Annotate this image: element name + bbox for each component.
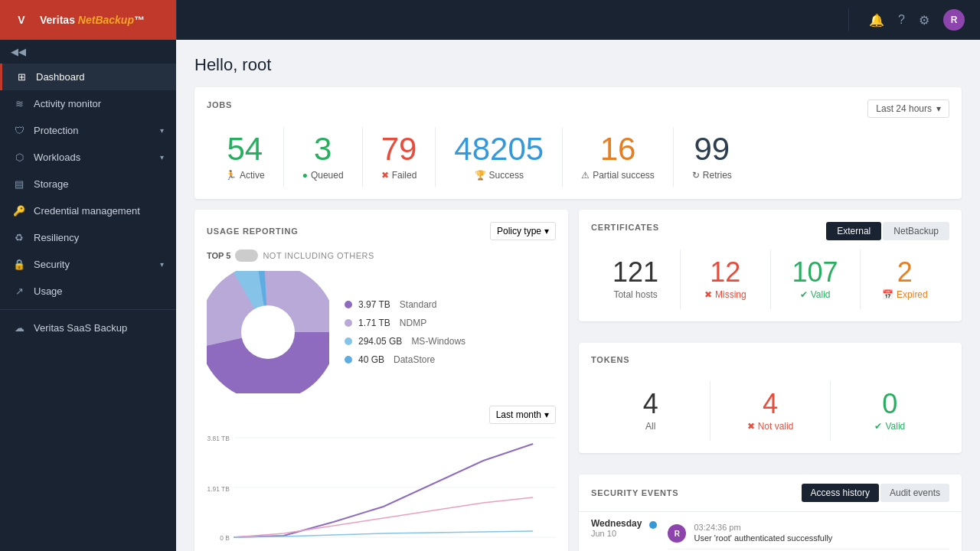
legend-name-datastore: DataStore bbox=[394, 354, 435, 365]
success-label: 🏆 Success bbox=[454, 170, 544, 181]
month-label: Last month bbox=[496, 409, 541, 420]
svg-point-5 bbox=[241, 305, 295, 359]
topbar: 🔔 ? ⚙ R bbox=[176, 0, 980, 40]
job-stat-failed[interactable]: 79 ✖ Failed bbox=[363, 127, 436, 187]
sec-tab-audit-events[interactable]: Audit events bbox=[880, 484, 949, 502]
usage-reporting-card: USAGE REPORTING Policy type ▾ TOP 5 NOT … bbox=[194, 210, 568, 551]
security-events-card: SECURITY EVENTS Access history Audit eve… bbox=[579, 474, 962, 551]
activity-monitor-icon: ≋ bbox=[12, 98, 26, 109]
retries-count: 99 bbox=[692, 133, 732, 165]
missing-icon: ✖ bbox=[704, 289, 712, 300]
success-count: 48205 bbox=[454, 133, 544, 165]
svg-text:Jan 8, 2020: Jan 8, 2020 bbox=[433, 543, 463, 545]
job-stat-retries[interactable]: 99 ↻ Retries bbox=[674, 127, 750, 187]
legend-value-standard: 3.97 TB bbox=[358, 299, 390, 310]
token-all-count: 4 bbox=[597, 390, 704, 418]
svg-text:Jan 5, 2020: Jan 5, 2020 bbox=[284, 543, 314, 545]
sidebar-item-label: Veritas SaaS Backup bbox=[34, 322, 164, 334]
sidebar-item-label: Protection bbox=[34, 125, 152, 136]
top5-label: TOP 5 bbox=[207, 251, 230, 260]
event-avatar: R bbox=[668, 524, 686, 543]
sidebar-collapse[interactable]: ◀◀ bbox=[0, 40, 176, 64]
legend-name-ndmp: NDMP bbox=[400, 318, 426, 328]
sidebar-item-workloads[interactable]: ⬡ Workloads ▾ bbox=[0, 144, 176, 171]
svg-text:Jan 4, 2020: Jan 4, 2020 bbox=[234, 543, 263, 545]
retries-label: ↻ Retries bbox=[692, 170, 732, 181]
credential-icon: 🔑 bbox=[12, 205, 26, 217]
main-content: 🔔 ? ⚙ R Hello, root JOBS Last 24 hours ▾… bbox=[176, 0, 980, 551]
cert-valid-count: 107 bbox=[777, 259, 854, 286]
svg-text:0 B: 0 B bbox=[220, 534, 230, 542]
svg-text:Jan 7, 2020: Jan 7, 2020 bbox=[384, 543, 413, 545]
job-stat-queued[interactable]: 3 ● Queued bbox=[284, 127, 363, 187]
security-event-item: R 03:24:36 pm User 'root' authenticated … bbox=[668, 518, 949, 549]
sec-tab-access-history[interactable]: Access history bbox=[802, 484, 879, 502]
legend-value-datastore: 40 GB bbox=[358, 354, 384, 365]
month-dropdown[interactable]: Last month ▾ bbox=[489, 406, 556, 424]
security-events-section-label: SECURITY EVENTS bbox=[591, 488, 679, 497]
collapse-icon[interactable]: ◀◀ bbox=[11, 46, 26, 57]
time-filter-dropdown[interactable]: Last 24 hours ▾ bbox=[867, 99, 949, 118]
sidebar-item-protection[interactable]: 🛡 Protection ▾ bbox=[0, 117, 176, 144]
legend-value-ndmp: 1.71 TB bbox=[358, 318, 390, 328]
sidebar-item-label: Workloads bbox=[34, 152, 152, 163]
top5-toggle[interactable] bbox=[235, 249, 258, 262]
tokens-header: TOKENS bbox=[591, 355, 949, 372]
top5-row: TOP 5 NOT INCLUDING OTHERS bbox=[207, 249, 556, 262]
time-filter-label: Last 24 hours bbox=[876, 103, 932, 114]
chevron-down-icon: ▾ bbox=[160, 153, 164, 161]
usage-pie-chart bbox=[207, 271, 329, 393]
sidebar-item-security[interactable]: 🔒 Security ▾ bbox=[0, 251, 176, 278]
queued-label: ● Queued bbox=[302, 170, 344, 181]
sidebar-item-credential-management[interactable]: 🔑 Credential management bbox=[0, 197, 176, 224]
usage-content: 3.97 TB Standard 1.71 TB NDMP 294.05 GB … bbox=[207, 271, 556, 393]
sidebar-item-activity-monitor[interactable]: ≋ Activity monitor bbox=[0, 90, 176, 117]
sidebar-item-storage[interactable]: ▤ Storage bbox=[0, 171, 176, 197]
jobs-card: JOBS Last 24 hours ▾ 54 🏃 Active 3 bbox=[194, 87, 962, 199]
dashboard-icon: ⊞ bbox=[15, 71, 28, 83]
topbar-divider bbox=[848, 8, 849, 31]
cert-total-label: Total hosts bbox=[597, 289, 674, 300]
job-stat-partial[interactable]: 16 ⚠ Partial success bbox=[563, 127, 674, 187]
cert-stat-expired: 2 📅 Expired bbox=[861, 249, 949, 309]
protection-icon: 🛡 bbox=[12, 125, 26, 136]
svg-text:Jan 6, 2020: Jan 6, 2020 bbox=[334, 543, 364, 545]
sidebar-item-usage[interactable]: ↗ Usage bbox=[0, 278, 176, 305]
legend-value-mswindows: 294.05 GB bbox=[358, 336, 402, 347]
job-stat-success[interactable]: 48205 🏆 Success bbox=[436, 127, 563, 187]
active-label: 🏃 Active bbox=[225, 170, 265, 181]
valid-icon: ✔ bbox=[800, 289, 808, 300]
events-list: R 03:24:36 pm User 'root' authenticated … bbox=[668, 518, 949, 551]
legend-dot-datastore bbox=[345, 356, 352, 364]
workloads-icon: ⬡ bbox=[12, 152, 26, 163]
sidebar-item-veritas-saas[interactable]: ☁ Veritas SaaS Backup bbox=[0, 315, 176, 341]
job-stat-active[interactable]: 54 🏃 Active bbox=[207, 127, 284, 187]
policy-type-dropdown[interactable]: Policy type ▾ bbox=[490, 222, 556, 240]
sidebar-item-dashboard[interactable]: ⊞ Dashboard bbox=[0, 64, 176, 90]
certificates-grid: 121 Total hosts 12 ✖ Missing bbox=[591, 249, 949, 309]
cert-tab-netbackup[interactable]: NetBackup bbox=[883, 222, 949, 240]
notification-icon[interactable]: 🔔 bbox=[869, 13, 884, 28]
help-icon[interactable]: ? bbox=[898, 13, 905, 27]
user-avatar[interactable]: R bbox=[943, 9, 965, 31]
event-content: 03:24:36 pm User 'root' authenticated su… bbox=[694, 523, 949, 544]
resiliency-icon: ♻ bbox=[12, 232, 26, 243]
token-stat-all: 4 All bbox=[591, 381, 710, 441]
usage-legend: 3.97 TB Standard 1.71 TB NDMP 294.05 GB … bbox=[345, 299, 466, 365]
token-all-label: All bbox=[597, 421, 704, 432]
chevron-down-icon: ▾ bbox=[544, 226, 549, 236]
settings-icon[interactable]: ⚙ bbox=[919, 13, 929, 28]
sidebar-header: V Veritas NetBackup™ bbox=[0, 0, 176, 40]
sidebar-item-resiliency[interactable]: ♻ Resiliency bbox=[0, 224, 176, 251]
certificates-header: CERTIFICATES External NetBackup bbox=[591, 222, 949, 240]
legend-item-standard: 3.97 TB Standard bbox=[345, 299, 466, 310]
app-title: Veritas NetBackup™ bbox=[40, 14, 145, 26]
content-area: Hello, root JOBS Last 24 hours ▾ 54 🏃 Ac… bbox=[176, 40, 980, 551]
cert-tab-external[interactable]: External bbox=[826, 222, 881, 240]
security-events-tabs: Access history Audit events bbox=[802, 484, 949, 502]
active-icon: 🏃 bbox=[225, 170, 237, 181]
right-column: CERTIFICATES External NetBackup 121 Tota… bbox=[579, 210, 962, 551]
queued-count: 3 bbox=[302, 133, 344, 165]
app-logo-icon[interactable]: V bbox=[11, 9, 32, 31]
cert-missing-label: ✖ Missing bbox=[687, 289, 763, 300]
